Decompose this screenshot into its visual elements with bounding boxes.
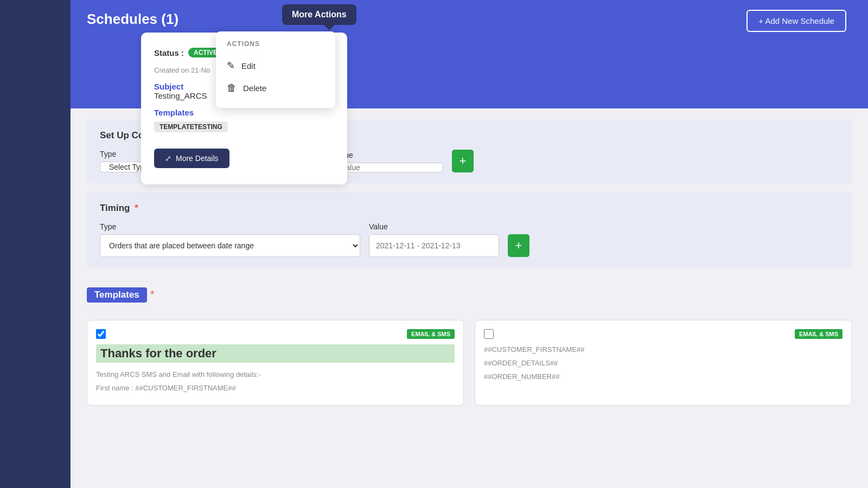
template-2-line3: ##ORDER_NUMBER## bbox=[484, 371, 843, 383]
timing-type-label: Type bbox=[100, 222, 360, 231]
templates-section: Templates * EMAIL & SMS Thanks for the o… bbox=[87, 277, 852, 416]
template-card-1: EMAIL & SMS Thanks for the order Testing… bbox=[87, 320, 464, 406]
template-1-subject: Thanks for the order bbox=[96, 344, 455, 363]
timing-type-select[interactable]: Orders that are placed between date rang… bbox=[100, 234, 360, 257]
actions-dropdown: ACTIONS ✎ Edit 🗑 Delete bbox=[216, 31, 335, 108]
edit-icon: ✎ bbox=[227, 60, 235, 72]
more-details-button[interactable]: ⤢ More Details bbox=[154, 149, 229, 168]
value-input[interactable] bbox=[334, 163, 443, 172]
template-card-2-header: EMAIL & SMS bbox=[484, 329, 843, 339]
template-1-line1: Testing ARCS SMS and Email with followin… bbox=[96, 369, 455, 381]
template-2-checkbox[interactable] bbox=[484, 329, 494, 339]
templates-label: Templates bbox=[154, 108, 334, 117]
template-2-badge: EMAIL & SMS bbox=[795, 329, 843, 339]
template-2-line1: ##CUSTOMER_FIRSTNAME## bbox=[484, 344, 843, 356]
trash-icon: 🗑 bbox=[227, 82, 237, 94]
edit-action[interactable]: ✎ Edit bbox=[227, 54, 324, 77]
timing-title: Timing * bbox=[100, 203, 839, 214]
add-new-schedule-button[interactable]: + Add New Schedule bbox=[746, 10, 846, 32]
left-sidebar bbox=[0, 0, 71, 488]
value-col: Value bbox=[334, 151, 443, 172]
status-row: Status : ACTIVE bbox=[154, 48, 223, 57]
template-1-line2: First name : ##CUSTOMER_FIRSTNAME## bbox=[96, 383, 455, 394]
delete-action[interactable]: 🗑 Delete bbox=[227, 77, 324, 99]
timing-value-input[interactable] bbox=[369, 234, 499, 257]
expand-icon: ⤢ bbox=[165, 154, 171, 163]
template-tag: TEMPLATETESTING bbox=[154, 121, 228, 132]
templates-grid: EMAIL & SMS Thanks for the order Testing… bbox=[87, 320, 852, 406]
header-area: Schedules (1) + Add New Schedule Status … bbox=[71, 0, 868, 108]
status-label: Status : bbox=[154, 48, 184, 57]
template-1-checkbox[interactable] bbox=[96, 329, 106, 339]
templates-title: Templates bbox=[87, 287, 147, 303]
add-timing-button[interactable]: + bbox=[508, 234, 529, 257]
timing-section: Timing * Type Orders that are placed bet… bbox=[87, 192, 852, 268]
templates-required: * bbox=[150, 289, 154, 300]
add-condition-button[interactable]: + bbox=[452, 150, 474, 172]
page-title: Schedules (1) bbox=[87, 11, 852, 28]
template-card-2: EMAIL & SMS ##CUSTOMER_FIRSTNAME## ##ORD… bbox=[475, 320, 852, 406]
templates-title-row: Templates * bbox=[87, 287, 852, 311]
timing-form-row: Type Orders that are placed between date… bbox=[100, 222, 839, 257]
template-2-body: ##CUSTOMER_FIRSTNAME## ##ORDER_DETAILS##… bbox=[484, 344, 843, 382]
template-1-body: Testing ARCS SMS and Email with followin… bbox=[96, 369, 455, 394]
actions-section-label: ACTIONS bbox=[227, 40, 324, 48]
timing-value-label: Value bbox=[369, 222, 499, 231]
value-label: Value bbox=[334, 151, 443, 159]
timing-value-col: Value bbox=[369, 222, 499, 257]
more-actions-tooltip: More Actions bbox=[282, 4, 356, 25]
template-card-1-header: EMAIL & SMS bbox=[96, 329, 455, 339]
template-1-badge: EMAIL & SMS bbox=[407, 329, 455, 339]
template-2-line2: ##ORDER_DETAILS## bbox=[484, 358, 843, 369]
timing-type-col: Type Orders that are placed between date… bbox=[100, 222, 360, 257]
